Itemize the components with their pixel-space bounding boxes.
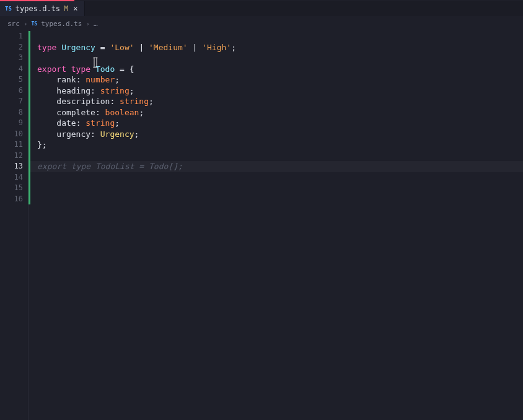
code-line[interactable]: urgency: Urgency; [30, 129, 523, 140]
punct: : [76, 118, 86, 128]
code-line[interactable] [30, 194, 523, 205]
code-line[interactable] [30, 183, 523, 194]
code-line[interactable]: complete: boolean; [30, 107, 523, 118]
type-ref: Urgency [100, 129, 134, 139]
line-number: 16 [0, 194, 28, 205]
punct: : [90, 129, 100, 139]
code-line[interactable] [30, 53, 523, 64]
punct: }; [37, 140, 47, 149]
keyword: export [37, 64, 66, 74]
property: heading [56, 86, 90, 95]
line-number: 1 [0, 31, 28, 42]
type-name: Urgency [61, 43, 95, 52]
punct: : [95, 108, 105, 117]
code-line[interactable]: rank: number; [30, 74, 523, 85]
punct: ; [115, 75, 120, 84]
line-number: 3 [0, 53, 28, 64]
close-icon[interactable]: × [72, 4, 79, 13]
punct: ; [130, 86, 134, 95]
code-line[interactable]: type Urgency = 'Low' | 'Medium' | 'High'… [30, 42, 523, 53]
tab-filename: types.d.ts [15, 4, 60, 13]
primitive-type: number [86, 75, 115, 84]
modified-indicator: M [64, 4, 68, 13]
tab-bar: TS types.d.ts M × [0, 1, 523, 16]
primitive-type: boolean [105, 108, 139, 117]
punct: | [134, 43, 149, 52]
property: description [56, 97, 110, 106]
punct: : [110, 97, 120, 106]
chevron-right-icon: › [24, 20, 28, 28]
scm-modified-stripe [29, 31, 30, 204]
code-line-current[interactable]: export type TodoList = Todo[]; [30, 161, 523, 172]
breadcrumb-more[interactable]: … [94, 20, 99, 28]
property: urgency [56, 129, 90, 139]
property: date [56, 118, 76, 128]
type-name: Todo [95, 64, 115, 74]
punct: | [188, 43, 202, 52]
line-number: 10 [0, 129, 28, 140]
punct: = [115, 64, 129, 74]
line-number: 14 [0, 172, 28, 183]
breadcrumb[interactable]: src › TS types.d.ts › … [0, 17, 523, 30]
punct: : [76, 75, 86, 84]
primitive-type: string [120, 97, 149, 106]
tab-types[interactable]: TS types.d.ts M × [0, 1, 85, 16]
punct: = [95, 43, 110, 52]
line-number: 8 [0, 107, 28, 118]
line-number: 7 [0, 96, 28, 107]
primitive-type: string [86, 118, 115, 128]
code-line[interactable]: heading: string; [30, 85, 523, 97]
code-area[interactable]: type Urgency = 'Low' | 'Medium' | 'High'… [29, 30, 523, 420]
line-number: 13 [0, 161, 28, 172]
line-number: 9 [0, 118, 28, 129]
punct: ; [149, 97, 154, 106]
line-number: 6 [0, 85, 28, 97]
punct: ; [231, 43, 236, 52]
typescript-icon: TS [5, 6, 12, 12]
property: complete [56, 108, 95, 117]
editor[interactable]: 12345678910111213141516 type Urgency = '… [0, 30, 523, 420]
chevron-right-icon: › [86, 20, 90, 28]
code-line[interactable]: date: string; [30, 118, 523, 129]
keyword: type [71, 64, 90, 74]
string: 'Medium' [149, 43, 188, 52]
string: 'Low' [110, 43, 134, 52]
punct: : [90, 86, 100, 95]
primitive-type: string [100, 86, 130, 95]
code-line[interactable] [30, 172, 523, 183]
keyword: type [37, 43, 56, 52]
code-line[interactable]: }; [30, 139, 523, 151]
punct: ; [139, 108, 144, 117]
code-line[interactable] [30, 151, 523, 162]
ghost-suggestion: export type TodoList = Todo[]; [37, 162, 183, 171]
line-number: 15 [0, 183, 28, 194]
property: rank [56, 75, 76, 84]
code-line[interactable] [30, 31, 523, 42]
line-number: 4 [0, 64, 28, 75]
breadcrumb-segment[interactable]: src [7, 20, 20, 28]
line-number-gutter: 12345678910111213141516 [0, 30, 29, 420]
punct: ; [134, 129, 139, 139]
code-line[interactable]: export type Todo = { [30, 64, 523, 75]
line-number: 12 [0, 151, 28, 162]
breadcrumb-segment[interactable]: types.d.ts [41, 20, 82, 28]
line-number: 2 [0, 42, 28, 53]
code-line[interactable]: description: string; [30, 96, 523, 107]
string: 'High' [202, 43, 231, 52]
line-number: 11 [0, 139, 28, 151]
punct: ; [115, 118, 120, 128]
line-number: 5 [0, 74, 28, 85]
typescript-icon: TS [32, 21, 38, 27]
punct: { [130, 64, 134, 74]
